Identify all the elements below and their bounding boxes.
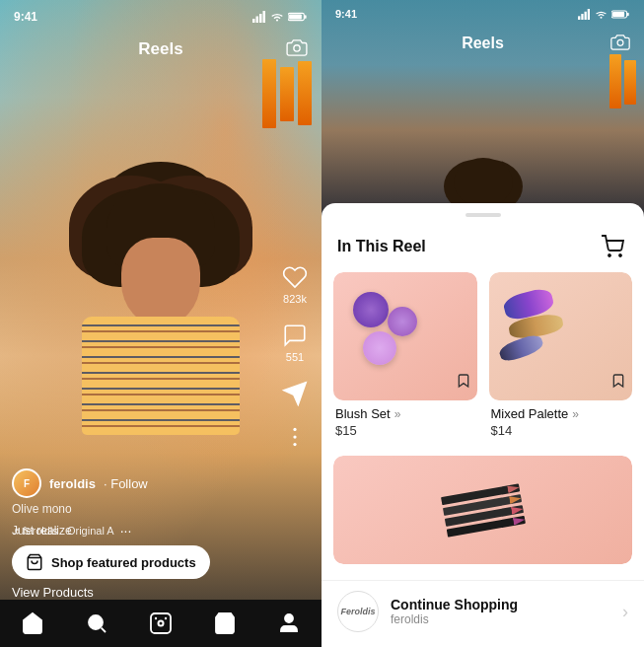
- sheet-header: In This Reel: [322, 217, 644, 272]
- right-camera-icon: [610, 34, 630, 50]
- right-flag-2: [624, 60, 636, 105]
- svg-point-22: [285, 614, 293, 622]
- svg-rect-25: [585, 11, 587, 19]
- product-name-row-palette: Mixed Palette »: [491, 406, 631, 421]
- shop-featured-badge[interactable]: Shop featured products: [12, 545, 210, 579]
- svg-rect-26: [588, 9, 590, 20]
- shop-icon: [213, 611, 237, 635]
- cart-button[interactable]: [597, 231, 628, 262]
- shop-name: feroldis: [391, 612, 610, 626]
- heart-icon: [282, 264, 308, 290]
- svg-point-20: [165, 617, 167, 619]
- right-status-icons: [578, 9, 630, 20]
- products-grid: Blush Set » $15: [322, 272, 644, 576]
- product-image-blush: [333, 272, 477, 400]
- shop-badge-text: Shop featured products: [51, 555, 196, 570]
- product-price-blush: $15: [335, 423, 475, 438]
- cart-icon: [601, 235, 624, 258]
- like-button[interactable]: 823k: [282, 264, 308, 305]
- svg-rect-2: [259, 14, 262, 23]
- right-wifi-icon: [595, 9, 608, 20]
- right-person-head: [454, 158, 513, 207]
- svg-marker-9: [284, 383, 306, 404]
- continue-shopping-row[interactable]: Feroldis Continue Shopping feroldis ›: [322, 580, 644, 642]
- reels-title-left: Reels: [138, 39, 182, 59]
- caption-line1: Olive mono: [12, 502, 310, 516]
- svg-point-19: [155, 617, 157, 619]
- product-name-blush: Blush Set: [335, 406, 391, 421]
- view-products-text: View Products: [12, 585, 94, 600]
- share-button[interactable]: [282, 381, 308, 406]
- action-icons: 823k 551: [282, 264, 308, 450]
- chevron-blush: »: [394, 407, 401, 421]
- continue-chevron: ›: [622, 602, 628, 622]
- search-icon: [85, 611, 108, 635]
- time-display: 9:41: [14, 10, 37, 24]
- nav-shop[interactable]: [205, 604, 245, 643]
- product-card-pencil[interactable]: [333, 456, 632, 564]
- svg-point-30: [617, 39, 623, 45]
- bottom-sheet: In This Reel: [322, 203, 644, 647]
- product-image-pencil: [333, 456, 632, 564]
- more-options-button[interactable]: [282, 424, 308, 450]
- shirt: [82, 317, 240, 435]
- camera-icon-left: [286, 38, 308, 56]
- product-image-palette: [489, 272, 633, 400]
- blush-circle-2: [388, 307, 417, 336]
- nav-profile[interactable]: [269, 604, 309, 643]
- continue-label: Continue Shopping: [391, 597, 610, 612]
- left-header: Reels: [0, 28, 322, 71]
- view-products-row[interactable]: View Products: [12, 585, 310, 600]
- svg-rect-29: [612, 12, 624, 17]
- right-status-bar: 9:41: [322, 0, 644, 24]
- comments-count: 551: [286, 351, 304, 363]
- username: feroldis: [49, 476, 96, 491]
- svg-rect-0: [252, 19, 255, 23]
- nav-reels[interactable]: [141, 604, 180, 643]
- ellipsis-more[interactable]: ···: [120, 523, 132, 539]
- right-panel: 9:41: [322, 0, 644, 647]
- svg-point-12: [293, 443, 296, 446]
- product-card-palette[interactable]: Mixed Palette » $14: [489, 272, 633, 444]
- shirt-stripes: [82, 317, 240, 435]
- face: [121, 238, 200, 326]
- product-price-palette: $14: [491, 423, 631, 438]
- svg-rect-5: [305, 15, 307, 19]
- signal-icon: [252, 11, 266, 23]
- svg-rect-23: [578, 16, 580, 20]
- music-label: ♬ feroldis · Original A: [12, 525, 114, 537]
- product-info-palette: Mixed Palette » $14: [489, 400, 633, 444]
- chevron-palette: »: [572, 407, 579, 421]
- comment-button[interactable]: 551: [282, 323, 308, 363]
- nav-home[interactable]: [13, 604, 52, 643]
- product-name-palette: Mixed Palette: [491, 406, 569, 421]
- follow-label[interactable]: · Follow: [104, 476, 148, 491]
- status-bar: 9:41: [0, 0, 322, 28]
- avatar: F: [12, 468, 41, 498]
- svg-rect-28: [627, 12, 629, 15]
- likes-count: 823k: [283, 293, 307, 305]
- send-icon: [282, 381, 308, 406]
- blush-circle-1: [353, 292, 389, 327]
- product-card-blush[interactable]: Blush Set » $15: [333, 272, 477, 444]
- ellipsis-icon: [282, 424, 308, 450]
- svg-point-18: [159, 622, 162, 625]
- nav-search[interactable]: [77, 604, 116, 643]
- bookmark-icon-blush[interactable]: [456, 371, 471, 395]
- shopping-bag-icon: [26, 553, 43, 571]
- svg-point-10: [293, 435, 296, 438]
- right-camera-button[interactable]: [610, 34, 630, 54]
- product-info-blush: Blush Set » $15: [333, 400, 477, 444]
- right-time-display: 9:41: [335, 8, 357, 20]
- shop-avatar-label: Feroldis: [340, 607, 375, 616]
- camera-button-left[interactable]: [286, 38, 308, 60]
- user-row: F feroldis · Follow: [12, 468, 310, 498]
- svg-rect-3: [263, 11, 266, 23]
- bookmark-icon-palette[interactable]: [610, 371, 626, 395]
- continue-text: Continue Shopping feroldis: [391, 597, 610, 626]
- svg-line-15: [101, 628, 105, 632]
- right-battery-icon: [611, 9, 630, 20]
- reels-icon: [149, 611, 173, 635]
- music-info: ♬ feroldis · Original A ···: [12, 523, 131, 539]
- svg-point-31: [608, 254, 610, 256]
